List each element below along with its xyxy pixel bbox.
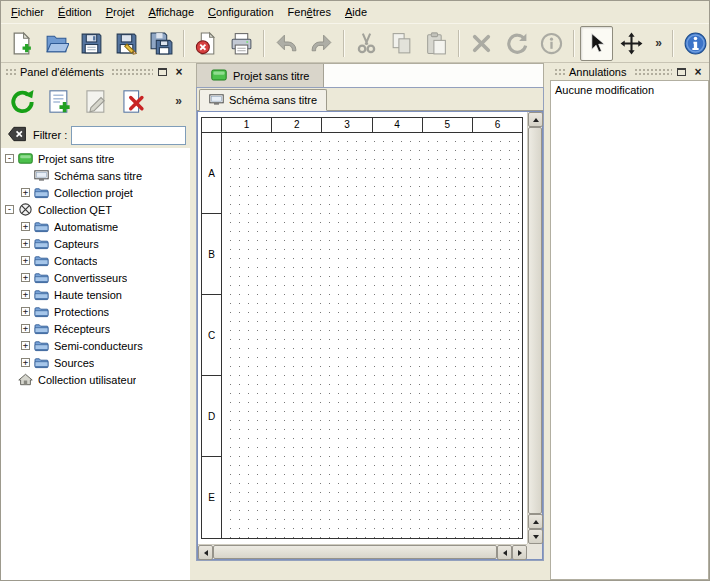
toolbar-extension-button[interactable]: » xyxy=(650,26,667,61)
open-file-button[interactable] xyxy=(40,26,73,61)
menu-fichier[interactable]: Fichier xyxy=(4,3,51,21)
expander-plus-icon[interactable]: + xyxy=(21,290,30,299)
expander-plus-icon[interactable]: + xyxy=(21,188,30,197)
grid-area[interactable] xyxy=(222,133,522,538)
menu-affichage[interactable]: Affichage xyxy=(141,3,201,21)
cut-button[interactable] xyxy=(350,26,383,61)
tree-item-capteurs[interactable]: +Capteurs xyxy=(1,235,190,252)
redo-button[interactable] xyxy=(305,26,338,61)
expander-plus-icon[interactable]: + xyxy=(21,358,30,367)
close-file-button[interactable] xyxy=(190,26,223,61)
elements-tree: -Projet sans titreSchéma sans titre+Coll… xyxy=(1,148,190,580)
dock-handle[interactable] xyxy=(4,67,16,77)
tree-item-protections[interactable]: +Protections xyxy=(1,303,190,320)
delete-element-button[interactable] xyxy=(116,84,150,118)
tree-item-label: Contacts xyxy=(54,255,97,267)
expander-minus-icon[interactable]: - xyxy=(5,205,14,214)
new-file-icon xyxy=(9,31,34,56)
expander-plus-icon[interactable]: + xyxy=(21,307,30,316)
expander-plus-icon[interactable]: + xyxy=(21,273,30,282)
dock-handle[interactable] xyxy=(633,67,673,77)
expander-minus-icon[interactable]: - xyxy=(5,154,14,163)
tree-item-collection-qet[interactable]: -Collection QET xyxy=(1,201,190,218)
scroll-up-button[interactable] xyxy=(528,514,543,529)
scroll-left-button[interactable] xyxy=(198,545,213,560)
tree-item-label: Convertisseurs xyxy=(54,272,127,284)
undo-panel: Annulations × Aucune modification xyxy=(550,63,709,580)
dock-handle[interactable] xyxy=(553,67,565,77)
tree-item-collection-projet[interactable]: +Collection projet xyxy=(1,184,190,201)
undo-button[interactable] xyxy=(270,26,303,61)
tree-item-contacts[interactable]: +Contacts xyxy=(1,252,190,269)
toolbar-separator xyxy=(458,30,460,57)
expander-plus-icon[interactable]: + xyxy=(21,324,30,333)
tree-item-automatisme[interactable]: +Automatisme xyxy=(1,218,190,235)
project-tab[interactable]: Projet sans titre xyxy=(197,64,324,87)
elements-panel-toolbar: » xyxy=(1,80,190,122)
expander-plus-icon[interactable]: + xyxy=(21,256,30,265)
new-element-button[interactable] xyxy=(42,84,76,118)
folder-icon xyxy=(34,356,50,369)
tree-item-semi-conducteurs[interactable]: +Semi-conducteurs xyxy=(1,337,190,354)
tree-item-haute-tension[interactable]: +Haute tension xyxy=(1,286,190,303)
tree-item-label: Haute tension xyxy=(54,289,122,301)
float-button[interactable] xyxy=(154,64,170,79)
arrow-up-icon xyxy=(533,118,539,122)
save-button[interactable] xyxy=(75,26,108,61)
column-label: 4 xyxy=(373,118,423,132)
column-label: 5 xyxy=(423,118,473,132)
filter-input[interactable] xyxy=(71,126,186,145)
horizontal-scrollbar[interactable] xyxy=(198,544,527,559)
vertical-scrollbar-thumb[interactable] xyxy=(528,127,542,514)
tree-item-projet-sans-titre[interactable]: -Projet sans titre xyxy=(1,150,190,167)
dock-handle[interactable] xyxy=(110,67,153,77)
edit-element-button[interactable] xyxy=(79,84,113,118)
delete-button[interactable] xyxy=(465,26,498,61)
folder-icon xyxy=(34,237,50,250)
clear-filter-button[interactable] xyxy=(5,125,29,145)
expander-plus-icon[interactable]: + xyxy=(21,239,30,248)
reload-collections-button[interactable] xyxy=(5,84,39,118)
horizontal-scrollbar-thumb[interactable] xyxy=(213,545,497,559)
float-button[interactable] xyxy=(673,64,689,79)
save-all-button[interactable] xyxy=(145,26,178,61)
element-infos-button[interactable] xyxy=(535,26,568,61)
menu-configuration[interactable]: Configuration xyxy=(201,3,280,21)
undo-icon xyxy=(274,31,299,56)
schema-tab[interactable]: Schéma sans titre xyxy=(199,89,327,111)
tree-item-collection-utilisateur[interactable]: Collection utilisateur xyxy=(1,371,190,388)
diagram-canvas[interactable]: 123456 ABCDE xyxy=(198,112,527,544)
project-tabbar: Projet sans titre xyxy=(196,63,544,87)
tree-item-sources[interactable]: +Sources xyxy=(1,354,190,371)
expander-plus-icon[interactable]: + xyxy=(21,341,30,350)
menu-edition[interactable]: Édition xyxy=(51,3,99,21)
tree-item-schema-sans-titre[interactable]: Schéma sans titre xyxy=(1,167,190,184)
about-button[interactable] xyxy=(679,26,710,61)
scroll-down-button[interactable] xyxy=(528,529,543,544)
scroll-mode-button[interactable] xyxy=(615,26,648,61)
save-as-button[interactable] xyxy=(110,26,143,61)
panel-toolbar-extension[interactable]: » xyxy=(171,94,186,108)
tree-item-convertisseurs[interactable]: +Convertisseurs xyxy=(1,269,190,286)
select-mode-button[interactable] xyxy=(580,26,613,61)
scroll-up-button[interactable] xyxy=(528,112,543,127)
undo-list[interactable]: Aucune modification xyxy=(550,80,709,580)
scroll-left-button[interactable] xyxy=(497,545,512,560)
dock-buttons: × xyxy=(672,64,706,79)
schema-icon xyxy=(34,169,50,182)
copy-button[interactable] xyxy=(385,26,418,61)
expander-plus-icon[interactable]: + xyxy=(21,222,30,231)
menu-aide[interactable]: Aide xyxy=(338,3,374,21)
print-button[interactable] xyxy=(225,26,258,61)
tree-item-recepteurs[interactable]: +Récepteurs xyxy=(1,320,190,337)
row-ruler: ABCDE xyxy=(202,133,222,538)
close-button[interactable]: × xyxy=(171,64,187,79)
scroll-right-button[interactable] xyxy=(512,545,527,560)
menu-projet[interactable]: Projet xyxy=(99,3,142,21)
paste-button[interactable] xyxy=(420,26,453,61)
new-file-button[interactable] xyxy=(5,26,38,61)
vertical-scrollbar[interactable] xyxy=(527,112,542,544)
close-button[interactable]: × xyxy=(690,64,706,79)
rotate-button[interactable] xyxy=(500,26,533,61)
menu-fenetres[interactable]: Fenêtres xyxy=(281,3,338,21)
